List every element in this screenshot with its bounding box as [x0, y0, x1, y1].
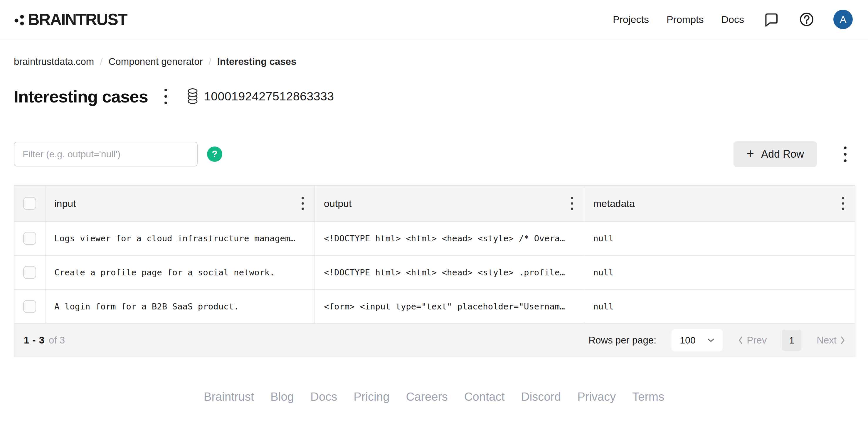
nav-actions: Projects Prompts Docs A	[613, 10, 853, 29]
dataset-id-group: 1000192427512863333	[186, 88, 334, 104]
table-options-kebab-icon[interactable]	[840, 143, 851, 165]
braintrust-logo-mark-icon	[14, 12, 26, 27]
chevron-down-icon	[707, 338, 714, 342]
rows-per-page-value: 100	[680, 335, 695, 346]
plus-icon: +	[746, 147, 754, 160]
nav-link-projects[interactable]: Projects	[613, 14, 649, 25]
column-header-metadata[interactable]: metadata	[584, 186, 855, 221]
top-nav: BRAINTRUST Projects Prompts Docs A	[0, 0, 868, 39]
cell-output: <form> <input type="text" placeholder="U…	[314, 290, 584, 323]
footer-link-braintrust[interactable]: Braintrust	[204, 390, 254, 403]
row-checkbox-cell	[14, 290, 45, 323]
table-row[interactable]: Create a profile page for a social netwo…	[14, 256, 855, 290]
column-header-input[interactable]: input	[45, 186, 314, 221]
row-checkbox[interactable]	[23, 232, 36, 245]
filter-group: ?	[14, 142, 222, 166]
title-kebab-menu-icon[interactable]	[160, 86, 171, 107]
pagination-controls: Rows per page: 100 Prev 1	[588, 329, 845, 351]
cell-metadata: null	[584, 256, 855, 289]
footer-link-blog[interactable]: Blog	[271, 390, 294, 403]
row-checkbox[interactable]	[23, 266, 36, 279]
breadcrumb-separator: /	[100, 56, 102, 67]
cell-output: <!DOCTYPE html> <html> <head> <style> .p…	[314, 256, 584, 289]
rows-per-page-label: Rows per page:	[588, 335, 656, 346]
column-header-output[interactable]: output	[314, 186, 584, 221]
toolbar-right: + Add Row	[734, 141, 854, 167]
footer-link-privacy[interactable]: Privacy	[577, 390, 616, 403]
row-checkbox[interactable]	[23, 300, 36, 313]
page-number-button[interactable]: 1	[782, 330, 801, 351]
row-total: of 3	[49, 335, 65, 346]
footer-link-discord[interactable]: Discord	[521, 390, 561, 403]
next-label: Next	[816, 335, 837, 346]
prev-page-button[interactable]: Prev	[738, 335, 767, 346]
chevron-right-icon	[840, 335, 845, 345]
table-row[interactable]: Logs viewer for a cloud infrastructure m…	[14, 222, 855, 256]
breadcrumb-project[interactable]: Component generator	[108, 56, 203, 67]
row-range: 1 - 3	[24, 335, 44, 346]
user-avatar[interactable]: A	[833, 10, 853, 29]
row-checkbox-cell	[14, 222, 45, 255]
filter-input[interactable]	[14, 142, 197, 166]
filter-help-icon[interactable]: ?	[207, 147, 222, 162]
breadcrumb-dataset[interactable]: Interesting cases	[217, 56, 297, 67]
next-page-button[interactable]: Next	[816, 335, 845, 346]
help-icon[interactable]	[798, 10, 816, 29]
column-label: input	[54, 198, 76, 209]
row-count: 1 - 3 of 3	[24, 335, 65, 346]
table-row[interactable]: A login form for a B2B SaaS product. <fo…	[14, 290, 855, 324]
breadcrumb-org[interactable]: braintrustdata.com	[14, 56, 94, 67]
table-header-row: input output metadata	[14, 186, 855, 222]
column-menu-kebab-icon[interactable]	[838, 194, 848, 213]
footer-link-docs[interactable]: Docs	[310, 390, 337, 403]
add-row-label: Add Row	[761, 148, 804, 160]
cell-input: Logs viewer for a cloud infrastructure m…	[45, 222, 314, 255]
page-title: Interesting cases	[14, 87, 148, 106]
logo-wordmark: BRAINTRUST	[28, 10, 127, 29]
toolbar: ? + Add Row	[14, 141, 854, 167]
title-row: Interesting cases 1000192427512863333	[14, 86, 854, 106]
footer-link-careers[interactable]: Careers	[406, 390, 447, 403]
braintrust-logo[interactable]: BRAINTRUST	[14, 10, 127, 29]
cell-input: Create a profile page for a social netwo…	[45, 256, 314, 289]
rows-per-page-select[interactable]: 100	[672, 329, 723, 351]
footer-link-terms[interactable]: Terms	[632, 390, 664, 403]
nav-link-prompts[interactable]: Prompts	[666, 14, 704, 25]
dataset-id: 1000192427512863333	[204, 90, 334, 103]
cell-input: A login form for a B2B SaaS product.	[45, 290, 314, 323]
dataset-table: input output metadata Logs viewer for a …	[14, 185, 856, 357]
column-menu-kebab-icon[interactable]	[298, 194, 308, 213]
prev-label: Prev	[747, 335, 767, 346]
column-label: output	[324, 198, 352, 209]
breadcrumb-separator: /	[209, 56, 211, 67]
pagination-bar: 1 - 3 of 3 Rows per page: 100	[14, 324, 855, 357]
footer-links: Braintrust Blog Docs Pricing Careers Con…	[14, 390, 854, 403]
select-all-checkbox[interactable]	[23, 197, 36, 210]
column-menu-kebab-icon[interactable]	[567, 194, 577, 213]
cell-metadata: null	[584, 290, 855, 323]
feedback-chat-icon[interactable]	[762, 10, 780, 29]
footer-link-pricing[interactable]: Pricing	[353, 390, 390, 403]
add-row-button[interactable]: + Add Row	[734, 141, 817, 167]
chevron-left-icon	[738, 335, 743, 345]
row-checkbox-cell	[14, 256, 45, 289]
nav-link-docs[interactable]: Docs	[721, 14, 744, 25]
database-icon	[186, 88, 199, 104]
cell-output: <!DOCTYPE html> <html> <head> <style> /*…	[314, 222, 584, 255]
cell-metadata: null	[584, 222, 855, 255]
footer-link-contact[interactable]: Contact	[464, 390, 505, 403]
breadcrumb: braintrustdata.com / Component generator…	[14, 56, 854, 67]
column-label: metadata	[593, 198, 635, 209]
header-checkbox-cell	[14, 186, 45, 221]
